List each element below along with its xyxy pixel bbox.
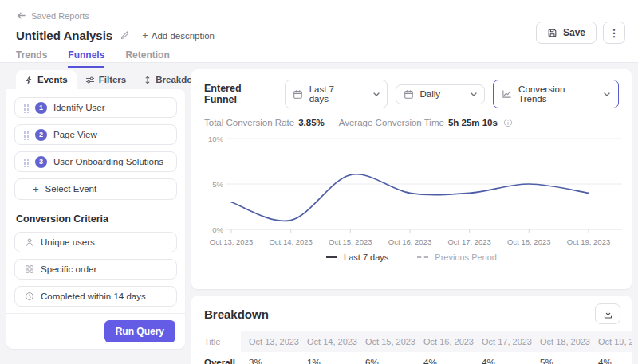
query-panel-tabs: Events Filters Breakdown (6, 69, 185, 89)
svg-text:Oct 14, 2023: Oct 14, 2023 (269, 237, 312, 246)
average-conversion-time: Average Conversion Time 5h 25m 10s (339, 118, 513, 127)
column-header-title: Title (191, 331, 241, 352)
legend-last-7-days[interactable]: Last 7 days (326, 252, 388, 262)
report-main: Entered Funnel Last 7 days Daily (191, 69, 632, 364)
grid-icon (25, 264, 34, 274)
breakdown-card: Breakdown Title Oct 13, 2023 Oct 14, 202… (191, 296, 632, 364)
conversion-criteria-title: Conversion Criteria (16, 213, 175, 225)
total-conversion-rate-value: 3.85% (298, 118, 325, 127)
column-header-date: Oct 16, 2023 (415, 331, 474, 352)
row-value: 5% (532, 352, 590, 364)
arrows-up-down-icon (144, 76, 152, 84)
view-selector-dropdown[interactable]: Conversion Trends (493, 80, 619, 108)
column-header-date: Oct 19, 2023 (590, 331, 632, 352)
event-step-identify-user[interactable]: 1 Identify User (14, 97, 177, 118)
clock-icon (25, 292, 34, 301)
row-value: 4% (590, 352, 632, 364)
calendar-icon (404, 89, 414, 100)
add-description-button[interactable]: + Add description (142, 29, 215, 41)
y-axis-labels: 10% 5% 0% (208, 135, 224, 234)
panel-tab-filters[interactable]: Filters (77, 70, 136, 89)
tab-funnels[interactable]: Funnels (68, 49, 104, 68)
edit-title-pencil-icon[interactable] (120, 30, 130, 41)
date-range-value: Last 7 days (309, 84, 354, 104)
column-header-date: Oct 17, 2023 (474, 331, 532, 352)
event-step-page-view[interactable]: 2 Page View (14, 124, 177, 145)
line-chart-icon (502, 89, 512, 99)
step-number-badge: 1 (35, 102, 47, 114)
save-icon (547, 28, 557, 38)
stats-row: Total Conversion Rate 3.85% Average Conv… (204, 118, 619, 127)
dashed-line-swatch (417, 256, 428, 258)
column-header-date: Oct 15, 2023 (357, 331, 415, 352)
info-icon[interactable] (503, 118, 513, 127)
download-icon (603, 309, 613, 319)
date-range-dropdown[interactable]: Last 7 days (285, 80, 388, 108)
svg-text:Oct 19, 2023: Oct 19, 2023 (567, 237, 610, 246)
breakdown-table: Title Oct 13, 2023 Oct 14, 2023 Oct 15, … (191, 331, 632, 364)
event-step-label: User Onboarding Solutions (53, 157, 163, 166)
legend-previous-period[interactable]: Previous Period (417, 252, 497, 262)
row-value: 4% (474, 352, 532, 364)
solid-line-swatch (326, 256, 337, 258)
tab-trends[interactable]: Trends (16, 49, 47, 68)
breakdown-title: Breakdown (204, 307, 269, 321)
report-tabs: Trends Funnels Retention (16, 49, 625, 68)
sliders-icon (85, 76, 95, 84)
breadcrumb[interactable]: Saved Reports (16, 10, 89, 21)
granularity-value: Daily (420, 89, 441, 99)
column-header-date: Oct 18, 2023 (532, 331, 590, 352)
query-panel-footer: Run Query (6, 313, 185, 342)
query-builder-panel: Events Filters Breakdown 1 Identify User (6, 69, 185, 349)
row-value: 4% (415, 352, 474, 364)
row-value: 3% (241, 352, 299, 364)
row-value: 6% (357, 352, 415, 364)
drag-handle-icon[interactable] (23, 103, 29, 113)
chart-legend: Last 7 days Previous Period (204, 252, 619, 262)
user-icon (25, 237, 34, 247)
step-number-badge: 3 (35, 156, 47, 168)
drag-handle-icon[interactable] (23, 157, 29, 167)
run-query-button[interactable]: Run Query (104, 320, 175, 342)
panel-tab-events[interactable]: Events (16, 70, 77, 89)
column-header-date: Oct 13, 2023 (241, 331, 299, 352)
x-axis-ticks (231, 229, 589, 233)
average-conversion-time-value: 5h 25m 10s (448, 118, 498, 127)
plus-icon: + (33, 183, 39, 195)
trend-line (231, 174, 589, 221)
breadcrumb-label: Saved Reports (31, 11, 89, 21)
breakdown-row-overall: Overall 3% 1% 6% 4% 4% 5% 4% (191, 352, 632, 364)
row-value: 1% (299, 352, 357, 364)
drag-handle-icon[interactable] (23, 130, 29, 140)
svg-text:Oct 16, 2023: Oct 16, 2023 (388, 237, 431, 246)
conversion-trend-chart: 10% 5% 0% Oct 13, 2023 Oct 14, 2023 Oct … (204, 131, 619, 250)
back-arrow-icon (16, 10, 26, 21)
row-title: Overall (191, 352, 241, 364)
x-axis-labels: Oct 13, 2023 Oct 14, 2023 Oct 15, 2023 O… (210, 237, 610, 246)
event-step-user-onboarding[interactable]: 3 User Onboarding Solutions (14, 151, 177, 172)
svg-text:5%: 5% (212, 180, 223, 189)
event-step-label: Page View (53, 130, 97, 139)
breakdown-header-row: Title Oct 13, 2023 Oct 14, 2023 Oct 15, … (191, 331, 632, 352)
download-button[interactable] (595, 303, 620, 324)
page-title: Untitled Analysis (16, 29, 112, 42)
svg-text:Oct 18, 2023: Oct 18, 2023 (507, 237, 550, 246)
svg-text:Oct 13, 2023: Oct 13, 2023 (210, 237, 253, 246)
zap-icon (25, 76, 33, 84)
criteria-completed-within[interactable]: Completed within 14 days (14, 286, 177, 307)
tab-retention[interactable]: Retention (125, 49, 169, 68)
plus-icon: + (142, 29, 148, 41)
entered-funnel-label: Entered Funnel (204, 83, 275, 105)
event-step-label: Identify User (53, 103, 105, 112)
more-options-kebab-icon[interactable]: ⋮ (603, 22, 625, 44)
total-conversion-rate: Total Conversion Rate 3.85% (204, 118, 325, 127)
granularity-dropdown[interactable]: Daily (396, 84, 486, 104)
select-event-button[interactable]: + Select Event (14, 178, 177, 199)
svg-text:0%: 0% (212, 225, 223, 234)
svg-text:Oct 17, 2023: Oct 17, 2023 (447, 237, 490, 246)
save-button[interactable]: Save (536, 22, 597, 44)
chevron-down-icon (604, 92, 610, 96)
criteria-specific-order[interactable]: Specific order (14, 259, 177, 280)
chevron-down-icon (471, 92, 477, 96)
criteria-unique-users[interactable]: Unique users (14, 232, 177, 252)
